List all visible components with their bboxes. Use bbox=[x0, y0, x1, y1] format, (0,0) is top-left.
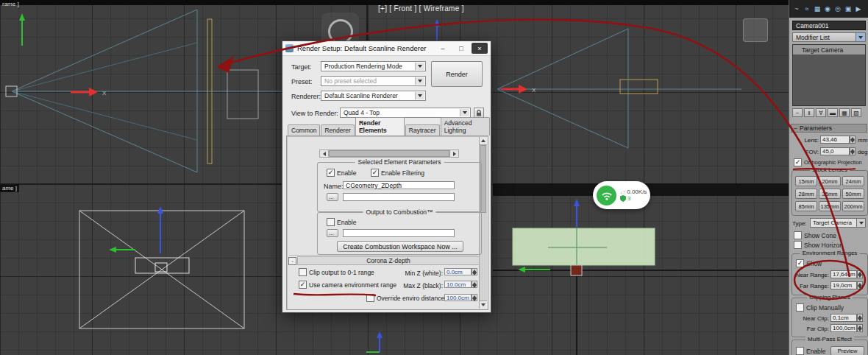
stack-toolbar: − ‖ ∀ ▬ ▦ ▧ bbox=[792, 108, 861, 117]
show-cone-checkbox[interactable]: Show Cone bbox=[794, 231, 836, 239]
clip-output-checkbox[interactable]: Clip output to 0-1 range bbox=[299, 268, 374, 276]
curve-editor-icon[interactable]: ≈ bbox=[802, 4, 812, 15]
multipass-enable-checkbox[interactable]: Enable bbox=[796, 347, 825, 355]
far-range-label: Far Range: bbox=[792, 283, 829, 289]
chevron-down-icon bbox=[415, 77, 424, 85]
lens-20mm-button[interactable]: 20mm bbox=[819, 176, 841, 186]
browse-button[interactable]: ... bbox=[327, 193, 338, 201]
near-range-field[interactable]: 17,64cm bbox=[830, 270, 857, 278]
lens-unit: mm bbox=[858, 137, 867, 144]
lens-50mm-button[interactable]: 50mm bbox=[842, 189, 864, 199]
far-range-spinner[interactable] bbox=[857, 281, 863, 289]
max-z-field[interactable]: 10.0cm bbox=[444, 281, 472, 288]
near-clip-field[interactable]: 0,1cm bbox=[830, 314, 857, 322]
enable-checkbox[interactable]: Enable bbox=[327, 169, 356, 177]
corona-zdepth-rollout-header[interactable]: Corona Z-depth bbox=[297, 256, 480, 265]
clip-manually-checkbox[interactable]: Clip Manually bbox=[796, 303, 844, 312]
renderer-dropdown[interactable]: Default Scanline Renderer bbox=[321, 91, 426, 101]
modifier-list-dropdown[interactable]: Modifier List bbox=[792, 32, 866, 42]
chevron-down-icon bbox=[856, 219, 865, 227]
tab-advanced-lighting[interactable]: Advanced Lighting bbox=[441, 117, 490, 136]
configure-modifier-sets-icon[interactable]: ▦ bbox=[839, 108, 850, 117]
fov-spinner[interactable] bbox=[850, 147, 855, 155]
orthographic-projection-checkbox[interactable]: Orthographic Projection bbox=[794, 158, 862, 166]
fov-field[interactable]: 45,0 bbox=[820, 147, 850, 155]
far-clip-spinner[interactable] bbox=[857, 324, 863, 332]
show-horizon-checkbox[interactable]: Show Horizon bbox=[794, 241, 843, 249]
checkbox-icon bbox=[327, 218, 335, 226]
create-combustion-workspace-button[interactable]: Create Combustion Workspace Now ... bbox=[337, 241, 463, 252]
lens-label: Lens: bbox=[791, 137, 819, 144]
tab-render-elements[interactable]: Render Elements bbox=[355, 117, 405, 136]
lens-24mm-button[interactable]: 24mm bbox=[842, 176, 864, 186]
checkbox-icon bbox=[794, 231, 802, 239]
make-unique-icon[interactable]: ∀ bbox=[816, 108, 826, 117]
show-end-result-icon[interactable]: ‖ bbox=[804, 108, 814, 117]
lens-200mm-button[interactable]: 200mm bbox=[842, 201, 864, 211]
lock-view-button[interactable] bbox=[474, 108, 484, 118]
net-speed-overlay[interactable]: ↓↑ 0.00K/s 3 bbox=[593, 181, 650, 209]
override-enviro-spinner[interactable] bbox=[472, 294, 477, 301]
stack-item-target-camera[interactable]: Target Camera bbox=[793, 45, 865, 55]
combustion-path-field[interactable] bbox=[343, 229, 455, 237]
tab-renderer[interactable]: Renderer bbox=[321, 124, 354, 136]
rendered-frame-icon[interactable]: ▣ bbox=[843, 4, 853, 15]
renderer-label: Renderer: bbox=[291, 93, 321, 100]
dialog-title-bar[interactable]: Render Setup: Default Scanline Renderer … bbox=[282, 41, 491, 56]
max-z-spinner[interactable] bbox=[472, 281, 477, 288]
near-range-spinner[interactable] bbox=[857, 270, 863, 278]
far-clip-field[interactable]: 100,0cm bbox=[830, 324, 857, 332]
render-setup-icon[interactable]: ◎ bbox=[833, 4, 843, 15]
element-path-field[interactable] bbox=[343, 193, 455, 201]
override-enviro-field[interactable]: 100.0cm bbox=[444, 294, 472, 301]
schematic-view-icon[interactable]: ▦ bbox=[812, 4, 822, 15]
enable-filtering-checkbox[interactable]: Enable Filtering bbox=[371, 169, 424, 177]
lens-field[interactable]: 43,46 bbox=[820, 136, 850, 144]
combustion-browse-button[interactable]: ... bbox=[327, 229, 338, 237]
scroll-left-icon bbox=[320, 150, 329, 157]
horizontal-scrollbar[interactable] bbox=[319, 150, 459, 158]
lens-spinner[interactable] bbox=[850, 136, 855, 144]
multipass-preview-button[interactable]: Preview bbox=[830, 346, 864, 355]
stack-options-icon[interactable]: ▧ bbox=[851, 108, 861, 117]
lens-15mm-button[interactable]: 15mm bbox=[795, 176, 817, 186]
render-production-icon[interactable]: ▶ bbox=[853, 4, 864, 15]
element-name-field[interactable]: CGeometry_ZDepth bbox=[343, 181, 455, 189]
parameters-rollout-header[interactable]: − Parameters bbox=[791, 124, 867, 133]
far-range-field[interactable]: 19,0cm bbox=[830, 281, 857, 289]
minimize-button[interactable]: – bbox=[435, 43, 451, 54]
combustion-enable-checkbox[interactable]: Enable bbox=[327, 218, 356, 226]
material-editor-icon[interactable]: ◉ bbox=[822, 4, 833, 15]
camera-type-dropdown[interactable]: Target Camera bbox=[810, 218, 866, 228]
lens-35mm-button[interactable]: 35mm bbox=[819, 189, 841, 199]
pin-stack-icon[interactable]: − bbox=[792, 108, 803, 117]
min-z-field[interactable]: 0.0cm bbox=[444, 268, 472, 275]
output-to-combustion-group: Output to Combustion™ Enable ... Create … bbox=[317, 212, 482, 255]
tab-raytracer[interactable]: Raytracer bbox=[405, 124, 440, 136]
remove-modifier-icon[interactable]: ▬ bbox=[828, 108, 838, 117]
check-icon bbox=[796, 259, 804, 267]
use-camera-environment-range-checkbox[interactable]: Use camera environment range bbox=[299, 281, 396, 289]
preset-dropdown[interactable]: No preset selected bbox=[321, 76, 426, 86]
close-button[interactable]: × bbox=[472, 43, 488, 54]
object-name-field[interactable]: Camera001 bbox=[792, 21, 866, 30]
near-clip-spinner[interactable] bbox=[857, 314, 863, 322]
lens-28mm-button[interactable]: 28mm bbox=[795, 189, 817, 199]
view-to-render-dropdown[interactable]: Quad 4 - Top bbox=[340, 108, 471, 118]
lens-85mm-button[interactable]: 85mm bbox=[795, 201, 817, 211]
target-dropdown[interactable]: Production Rendering Mode bbox=[321, 61, 426, 71]
rollout-collapse-button[interactable]: - bbox=[288, 257, 296, 265]
render-setup-dialog: Render Setup: Default Scanline Renderer … bbox=[282, 41, 491, 313]
maximize-button[interactable]: □ bbox=[453, 43, 469, 54]
min-z-spinner[interactable] bbox=[472, 268, 477, 275]
chevron-down-icon bbox=[415, 92, 424, 99]
override-enviro-distance-checkbox[interactable]: Override enviro distance: bbox=[366, 294, 447, 302]
stock-lenses-group: Stock Lenses 15mm 20mm 24mm 28mm 35mm 50… bbox=[791, 170, 868, 216]
tab-common[interactable]: Common bbox=[288, 124, 320, 136]
show-env-ranges-checkbox[interactable]: Show bbox=[796, 259, 822, 267]
snaps-icon[interactable]: ~ bbox=[791, 4, 802, 15]
render-button[interactable]: Render bbox=[431, 61, 483, 87]
modifier-stack-list[interactable]: Target Camera bbox=[792, 44, 866, 106]
viewport-label-front[interactable]: [+] [ Front ] [ Wireframe ] bbox=[378, 4, 464, 13]
lens-135mm-button[interactable]: 135mm bbox=[819, 201, 841, 211]
